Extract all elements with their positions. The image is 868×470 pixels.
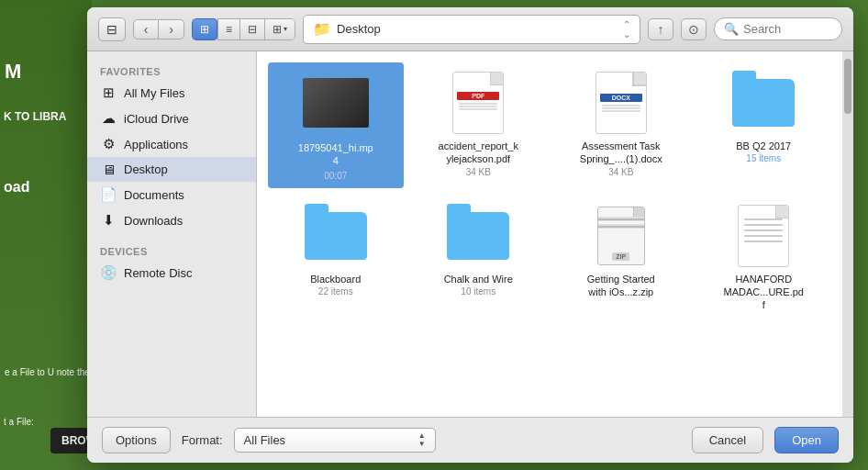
search-icon: 🔍: [724, 22, 739, 36]
sidebar-item-remote-disc[interactable]: 💿 Remote Disc: [87, 260, 256, 285]
sidebar-item-label: All My Files: [124, 86, 184, 100]
search-input[interactable]: [743, 22, 826, 36]
folder-bb-icon-wrapper: [730, 70, 796, 136]
location-folder-icon: 📁: [313, 20, 331, 38]
folder-chalk-icon-wrapper: [445, 203, 511, 269]
nav-group: ‹ ›: [133, 19, 184, 39]
share-button[interactable]: ↑: [648, 18, 673, 40]
file-name: Getting Started with iOs...z.zip: [580, 273, 662, 299]
file-name: 18795041_hi.mp4: [295, 140, 377, 170]
location-chevron-icon: ⌃⌄: [623, 19, 630, 39]
file-item-zip[interactable]: ZIP Getting Started with iOs...z.zip: [553, 196, 689, 320]
pdf-hanaford-icon: [738, 205, 789, 267]
sidebar-item-documents[interactable]: 📄 Documents: [87, 182, 256, 207]
remote-disc-icon: 💿: [100, 264, 117, 281]
toolbar: ⊟ ‹ › ⊞ ≡ ⊟ ⊞▾ 📁 Desktop ⌃⌄ ↑ ⊙ 🔍: [87, 7, 853, 51]
applications-icon: ⚙: [100, 136, 117, 152]
file-name: Blackboard: [310, 273, 361, 285]
file-meta: 10 items: [461, 286, 495, 297]
options-button[interactable]: Options: [102, 427, 171, 453]
bg-browse-field: t a File:: [0, 413, 38, 431]
sidebar-item-icloud-drive[interactable]: ☁ iCloud Drive: [87, 106, 256, 131]
file-item-folder-chalk[interactable]: Chalk and Wire 10 items: [411, 196, 547, 320]
file-item-folder-bb[interactable]: BB Q2 2017 15 items: [696, 62, 832, 188]
file-meta: 22 items: [318, 286, 353, 297]
video-thumbnail: ▶: [303, 78, 369, 128]
cancel-button[interactable]: Cancel: [692, 427, 763, 453]
sidebar-item-label: Applications: [124, 138, 188, 151]
back-button[interactable]: ‹: [133, 19, 159, 39]
open-button[interactable]: Open: [774, 427, 839, 453]
file-name: BB Q2 2017: [736, 140, 791, 152]
file-meta: 34 KB: [608, 167, 633, 177]
zip-icon-wrapper: ZIP: [588, 203, 654, 269]
zip-file-icon: ZIP: [597, 207, 645, 265]
column-view-button[interactable]: ⊟: [240, 18, 265, 40]
sidebar-item-label: Documents: [124, 188, 184, 202]
sidebar-item-label: Downloads: [124, 214, 183, 228]
scrollbar-thumb[interactable]: [844, 59, 851, 114]
tag-button[interactable]: ⊙: [681, 18, 707, 40]
sidebar-item-downloads[interactable]: ⬇ Downloads: [87, 207, 256, 233]
devices-section-label: Devices: [87, 241, 256, 260]
location-bar[interactable]: 📁 Desktop ⌃⌄: [303, 15, 640, 44]
content-area: Favorites ⊞ All My Files ☁ iCloud Drive …: [87, 51, 853, 417]
logo-letter: M: [5, 60, 21, 84]
documents-icon: 📄: [100, 186, 117, 203]
file-grid: ▶ 18795041_hi.mp4 00:07 PDF: [257, 51, 842, 417]
format-chevron-icon: ▲ ▼: [418, 432, 426, 448]
format-label: Format:: [182, 433, 223, 447]
search-bar[interactable]: 🔍: [714, 17, 842, 40]
folder-icon: [732, 79, 795, 127]
bg-label1: K TO LIBRA: [0, 110, 66, 123]
downloads-icon: ⬇: [100, 212, 117, 229]
video-icon-wrapper: ▶: [303, 70, 369, 136]
file-item-docx[interactable]: DOCX Assessment Task Spring_....(1).docx…: [553, 62, 689, 188]
sidebar-item-label: Remote Disc: [124, 266, 192, 280]
view-toggle-group: ⊞ ≡ ⊟ ⊞▾: [192, 18, 295, 40]
folder-blackboard-icon-wrapper: [303, 203, 369, 269]
location-text: Desktop: [337, 22, 381, 36]
file-item-pdf-hanaford[interactable]: HANAFORD MADAC...URE.pdf: [696, 196, 832, 320]
bg-label2: oad: [0, 179, 29, 196]
folder-blackboard-icon: [305, 212, 367, 260]
file-meta: 34 KB: [466, 167, 491, 177]
file-item-video[interactable]: ▶ 18795041_hi.mp4 00:07: [268, 62, 404, 188]
file-name: Assessment Task Spring_....(1).docx: [580, 140, 662, 166]
file-dialog: ⊟ ‹ › ⊞ ≡ ⊟ ⊞▾ 📁 Desktop ⌃⌄ ↑ ⊙ 🔍 Favori…: [87, 7, 853, 463]
pdf-hanaford-icon-wrapper: [730, 203, 796, 269]
file-item-folder-blackboard[interactable]: Blackboard 22 items: [268, 196, 404, 320]
docx-file-icon: DOCX: [595, 72, 647, 134]
coverflow-view-button[interactable]: ⊞▾: [265, 18, 295, 40]
format-select[interactable]: All Files ▲ ▼: [234, 428, 436, 453]
sidebar-item-applications[interactable]: ⚙ Applications: [87, 131, 256, 157]
docx-icon-wrapper: DOCX: [588, 70, 654, 136]
file-item-pdf[interactable]: PDF accident_report_kylejackson.pdf 34 K…: [411, 62, 547, 188]
file-name: HANAFORD MADAC...URE.pdf: [722, 273, 805, 312]
bottom-bar: Options Format: All Files ▲ ▼ Cancel Ope…: [87, 417, 853, 463]
file-name: accident_report_kylejackson.pdf: [437, 140, 519, 166]
sidebar-item-all-my-files[interactable]: ⊞ All My Files: [87, 80, 256, 106]
file-name: Chalk and Wire: [444, 273, 513, 285]
sidebar-item-desktop[interactable]: 🖥 Desktop: [87, 157, 256, 182]
file-meta: 15 items: [746, 153, 781, 163]
icon-view-button[interactable]: ⊞: [192, 18, 217, 40]
favorites-section-label: Favorites: [87, 61, 256, 80]
folder-chalk-icon: [447, 212, 509, 260]
file-meta: 00:07: [324, 171, 347, 181]
sidebar-item-label: Desktop: [124, 162, 168, 176]
pdf-file-icon: PDF: [452, 72, 504, 134]
icloud-drive-icon: ☁: [100, 110, 117, 127]
list-view-button[interactable]: ≡: [217, 18, 240, 40]
sidebar: Favorites ⊞ All My Files ☁ iCloud Drive …: [87, 51, 257, 417]
desktop-icon: 🖥: [100, 162, 117, 177]
format-value: All Files: [244, 433, 286, 447]
forward-button[interactable]: ›: [159, 19, 184, 39]
sidebar-toggle-button[interactable]: ⊟: [98, 17, 126, 41]
pdf-icon-wrapper: PDF: [445, 70, 511, 136]
all-my-files-icon: ⊞: [100, 84, 117, 101]
scrollbar-track[interactable]: [842, 51, 853, 417]
sidebar-item-label: iCloud Drive: [124, 112, 189, 126]
